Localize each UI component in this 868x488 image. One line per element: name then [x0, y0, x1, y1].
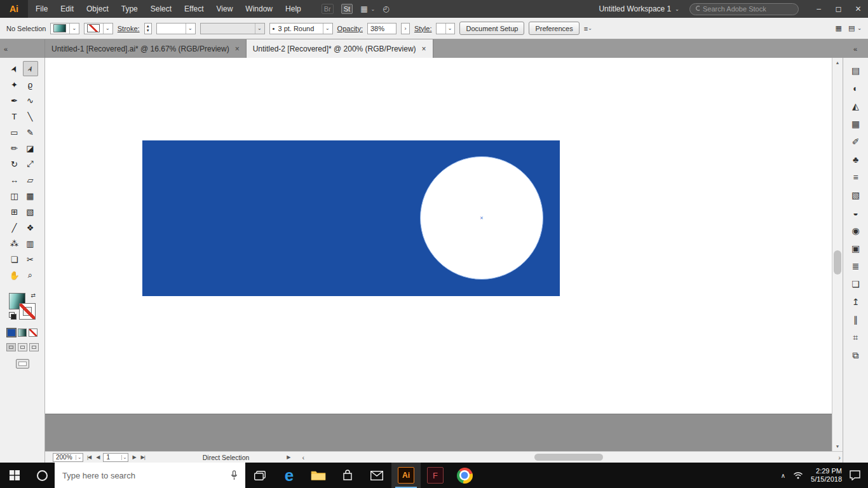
close-button[interactable]: ✕: [848, 0, 868, 18]
document-tab-untitled-1[interactable]: Untitled-1 [Recovered].ai* @ 16.67% (RGB…: [45, 39, 247, 58]
adobe-stock-icon[interactable]: St: [341, 4, 353, 14]
stroke-panel-link[interactable]: Stroke:: [118, 25, 140, 32]
stroke-weight-dropdown[interactable]: ⌄: [156, 23, 196, 34]
microphone-icon[interactable]: [231, 470, 238, 480]
next-artboard-icon[interactable]: ▶: [131, 454, 137, 460]
menu-help[interactable]: Help: [279, 0, 308, 18]
start-button[interactable]: [0, 463, 29, 488]
adobe-stock-search[interactable]: [689, 3, 799, 15]
hidden-icons-chevron-icon[interactable]: ∧: [781, 472, 785, 479]
panel-stroke[interactable]: ≡: [846, 168, 865, 186]
tool-line-segment[interactable]: ╲: [23, 109, 38, 124]
tool-direct-selection[interactable]: ➢: [23, 61, 38, 76]
menu-effect[interactable]: Effect: [178, 0, 210, 18]
vertical-scrollbar[interactable]: ▲ ▼: [832, 58, 843, 451]
tool-rotate[interactable]: ↻: [7, 156, 22, 172]
tool-shape-builder[interactable]: ◫: [7, 188, 22, 203]
horizontal-scroll-thumb[interactable]: [534, 454, 603, 461]
tool-paintbrush[interactable]: ✎: [23, 125, 38, 140]
status-menu-icon[interactable]: ▶: [287, 454, 290, 460]
tool-eyedropper[interactable]: ╱: [7, 220, 22, 235]
right-dock-header[interactable]: «: [843, 39, 868, 58]
panel-libraries[interactable]: ▤: [846, 62, 865, 79]
menu-edit[interactable]: Edit: [54, 0, 80, 18]
menu-view[interactable]: View: [210, 0, 240, 18]
previous-artboard-icon[interactable]: ◀: [95, 454, 100, 460]
preferences-button[interactable]: Preferences: [529, 22, 579, 35]
menu-object[interactable]: Object: [80, 0, 115, 18]
wifi-icon[interactable]: [793, 471, 803, 479]
tool-blend[interactable]: ❖: [23, 220, 38, 235]
panel-asset-export[interactable]: ↥: [846, 293, 865, 311]
vertical-scroll-thumb[interactable]: [834, 250, 841, 274]
tool-zoom[interactable]: ⌕: [23, 268, 38, 283]
horizontal-scrollbar[interactable]: [308, 453, 834, 461]
tool-mesh[interactable]: ⊞: [7, 204, 22, 219]
tool-pen[interactable]: ✒: [7, 93, 22, 108]
stock-search-input[interactable]: [703, 5, 793, 13]
panel-graphic-styles[interactable]: ▣: [846, 240, 865, 257]
mail-button[interactable]: [362, 463, 391, 488]
gradient-button[interactable]: [18, 329, 27, 337]
opacity-options-icon[interactable]: ›: [401, 23, 410, 34]
tool-artboard[interactable]: ❏: [7, 252, 22, 267]
action-center-icon[interactable]: [850, 470, 860, 480]
cortana-button[interactable]: [29, 463, 55, 488]
last-artboard-icon[interactable]: ▶|: [140, 454, 146, 460]
stroke-swatch[interactable]: [19, 303, 36, 320]
style-dropdown[interactable]: ⌄: [436, 23, 455, 34]
menu-select[interactable]: Select: [144, 0, 178, 18]
none-button[interactable]: [29, 329, 37, 337]
menu-file[interactable]: File: [29, 0, 54, 18]
scroll-right-icon[interactable]: ›: [838, 454, 841, 461]
taskbar-search[interactable]: [55, 463, 245, 488]
zoom-dropdown[interactable]: 200%⌄: [53, 453, 83, 462]
document-tab-untitled-2[interactable]: Untitled-2 [Recovered]* @ 200% (RGB/Prev…: [247, 39, 433, 58]
panel-brushes[interactable]: ✐: [846, 133, 865, 151]
variable-width-profile-dropdown[interactable]: •3 pt. Round⌄: [269, 23, 333, 34]
tool-curvature[interactable]: ∿: [23, 93, 38, 108]
file-explorer-button[interactable]: [304, 463, 333, 488]
default-fill-stroke-icon[interactable]: [9, 312, 17, 320]
canvas-area[interactable]: × ▲ ▼: [45, 58, 843, 451]
scroll-up-icon[interactable]: ▲: [832, 58, 843, 67]
opacity-field[interactable]: 38%: [367, 23, 397, 34]
stroke-weight-stepper[interactable]: ▲▼: [144, 23, 152, 34]
edge-button[interactable]: e: [275, 463, 304, 488]
swap-fill-stroke-icon[interactable]: ⇄: [31, 293, 36, 299]
adobe-f-app-button[interactable]: F: [421, 463, 450, 488]
stroke-color-dropdown[interactable]: ⌄: [84, 23, 113, 34]
panel-swatches[interactable]: ▦: [846, 115, 865, 133]
tool-scale[interactable]: ⤢: [23, 156, 38, 172]
scroll-down-icon[interactable]: ▼: [832, 442, 843, 451]
color-button[interactable]: [7, 329, 16, 337]
draw-behind-button[interactable]: [18, 343, 27, 351]
panel-appearance[interactable]: ◉: [846, 222, 865, 240]
tool-gradient[interactable]: ▧: [23, 204, 38, 219]
tool-hand[interactable]: ✋: [7, 268, 22, 283]
menu-window[interactable]: Window: [239, 0, 279, 18]
tool-type[interactable]: T: [7, 109, 22, 124]
scroll-left-icon[interactable]: ‹: [302, 454, 304, 461]
panel-pathfinder[interactable]: ⧉: [846, 346, 865, 364]
stepper-down-icon[interactable]: ▼: [146, 29, 150, 33]
tool-lasso[interactable]: ϱ: [23, 77, 38, 92]
gpu-performance-icon[interactable]: ◴: [383, 4, 389, 13]
brush-definition-dropdown[interactable]: ⌄: [200, 23, 265, 34]
tool-width[interactable]: ↔: [7, 172, 22, 187]
chrome-button[interactable]: [450, 463, 479, 488]
tool-perspective-grid[interactable]: ▦: [23, 188, 38, 203]
arrange-documents-icon[interactable]: ▦: [360, 4, 367, 13]
panel-transform[interactable]: ⌗: [846, 329, 865, 346]
store-button[interactable]: [333, 463, 362, 488]
arrange-documents-icon[interactable]: ▦: [835, 24, 841, 32]
stepper-up-icon[interactable]: ▲: [146, 24, 150, 29]
screen-mode-button[interactable]: [16, 359, 29, 369]
left-dock-header[interactable]: «: [0, 39, 45, 58]
panel-menu-icon[interactable]: ▤: [848, 24, 855, 32]
document-setup-button[interactable]: Document Setup: [459, 22, 524, 35]
white-circle[interactable]: ×: [420, 156, 543, 280]
tab-close-icon[interactable]: ×: [422, 44, 426, 53]
tool-rectangle[interactable]: ▭: [7, 125, 22, 140]
panel-symbols[interactable]: ♣: [846, 151, 865, 168]
